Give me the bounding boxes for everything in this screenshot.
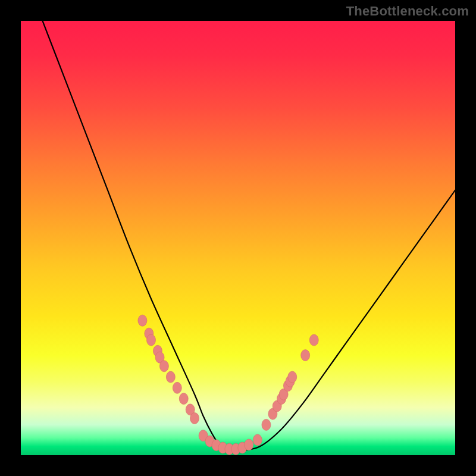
data-marker	[179, 393, 188, 405]
data-marker	[173, 382, 181, 393]
data-marker	[147, 334, 156, 346]
data-marker	[190, 412, 199, 424]
data-marker	[253, 434, 262, 446]
attribution-label: TheBottleneck.com	[346, 4, 469, 19]
data-marker	[159, 361, 168, 372]
data-marker	[262, 419, 271, 430]
outer-frame: TheBottleneck.com	[0, 0, 476, 476]
data-markers	[138, 315, 318, 455]
data-marker	[288, 371, 297, 383]
bottleneck-curve	[43, 21, 456, 452]
data-marker	[301, 350, 310, 361]
data-marker	[245, 439, 253, 450]
data-marker	[138, 315, 147, 326]
data-marker	[309, 334, 318, 346]
data-marker	[166, 371, 175, 383]
chart-overlay	[21, 21, 455, 455]
plot-area	[21, 21, 455, 455]
